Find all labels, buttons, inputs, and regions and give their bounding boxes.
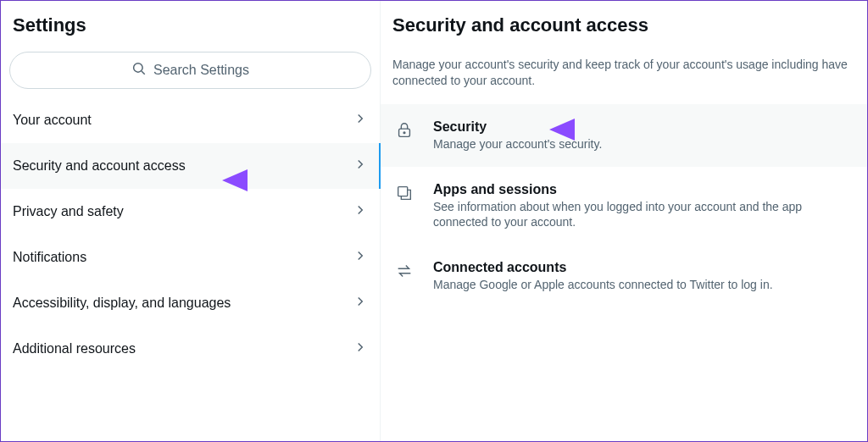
chevron-right-icon [353, 340, 368, 358]
apps-icon [394, 182, 415, 202]
chevron-right-icon [353, 248, 368, 267]
sidebar-item-label: Privacy and safety [13, 204, 124, 219]
chevron-right-icon [353, 202, 368, 221]
sidebar-item-label: Notifications [13, 250, 86, 265]
detail-item-sub: See information about when you logged in… [433, 199, 854, 229]
sidebar-item-notifications[interactable]: Notifications [1, 235, 380, 280]
detail-item-sub: Manage your account's security. [433, 136, 854, 152]
sidebar-item-label: Security and account access [13, 158, 186, 174]
settings-title: Settings [13, 14, 368, 36]
sidebar-item-label: Accessibility, display, and languages [13, 296, 231, 311]
detail-item-title: Apps and sessions [433, 182, 854, 197]
search-container: Search Settings [1, 52, 380, 97]
detail-panel: Security and account access Manage your … [381, 1, 867, 441]
sidebar-item-accessibility[interactable]: Accessibility, display, and languages [1, 280, 380, 326]
svg-rect-4 [398, 187, 408, 196]
sidebar-item-additional[interactable]: Additional resources [1, 326, 380, 372]
sidebar-item-security[interactable]: Security and account access [1, 143, 380, 189]
sidebar-item-privacy[interactable]: Privacy and safety [1, 189, 380, 235]
detail-description: Manage your account's security and keep … [381, 48, 867, 104]
detail-item-title: Security [433, 119, 854, 135]
detail-item-sub: Manage Google or Apple accounts connecte… [433, 277, 854, 292]
sidebar-item-label: Your account [13, 113, 92, 128]
svg-point-0 [134, 64, 143, 73]
chevron-right-icon [353, 294, 368, 312]
detail-item-security[interactable]: Security Manage your account's security. [381, 104, 867, 167]
sidebar-item-label: Additional resources [13, 341, 136, 356]
detail-body: Apps and sessions See information about … [433, 182, 854, 229]
svg-point-3 [403, 132, 405, 134]
svg-line-1 [142, 71, 145, 75]
detail-header: Security and account access [381, 9, 867, 48]
swap-icon [394, 260, 415, 280]
detail-item-connected[interactable]: Connected accounts Manage Google or Appl… [381, 245, 867, 307]
settings-header: Settings [1, 9, 380, 52]
detail-item-apps[interactable]: Apps and sessions See information about … [381, 167, 867, 245]
lock-icon [394, 119, 415, 140]
settings-sidebar: Settings Search Settings Your account Se… [1, 1, 381, 441]
chevron-right-icon [353, 157, 368, 175]
detail-body: Connected accounts Manage Google or Appl… [433, 260, 854, 292]
detail-title: Security and account access [392, 14, 855, 36]
detail-body: Security Manage your account's security. [433, 119, 854, 152]
detail-item-title: Connected accounts [433, 260, 854, 275]
search-input[interactable]: Search Settings [9, 52, 371, 89]
search-placeholder: Search Settings [153, 63, 249, 78]
sidebar-item-your-account[interactable]: Your account [1, 97, 380, 143]
search-icon [131, 61, 147, 80]
chevron-right-icon [353, 111, 368, 130]
